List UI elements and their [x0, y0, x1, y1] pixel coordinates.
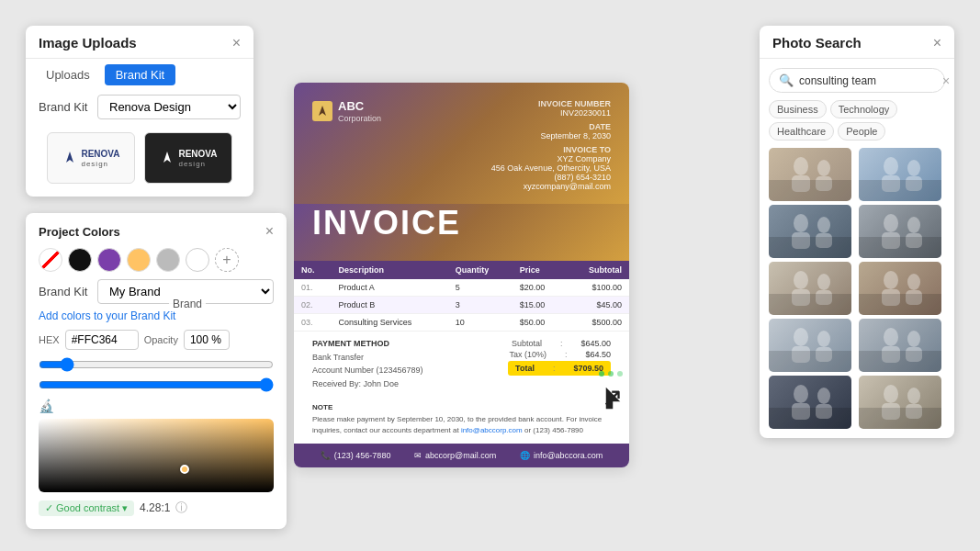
tab-uploads[interactable]: Uploads	[35, 64, 101, 85]
footer-email1-item: ✉ abccorp@mail.com	[414, 451, 496, 460]
info-icon: ⓘ	[175, 500, 187, 516]
invoice-company-name: ABC	[338, 99, 381, 114]
opacity-input[interactable]	[184, 330, 230, 350]
svg-rect-36	[882, 346, 900, 363]
color-swatch-gray[interactable]	[156, 248, 180, 272]
svg-marker-1	[163, 152, 171, 163]
svg-rect-46	[906, 404, 922, 419]
opacity-label: Opacity	[144, 334, 178, 345]
photo-thumbnail[interactable]	[859, 376, 941, 429]
logo-dark[interactable]: RENOVA design	[144, 132, 232, 184]
footer-phone-item: 📞 (123) 456-7880	[321, 451, 391, 460]
svg-rect-32	[792, 346, 810, 363]
logo-light[interactable]: RENOVA design	[47, 132, 135, 184]
svg-rect-14	[906, 176, 922, 191]
add-colors-link[interactable]: Add colors to your Brand Kit	[39, 309, 274, 322]
subtotal-row: Subtotal : $645.00	[508, 339, 611, 348]
svg-marker-3	[605, 386, 622, 410]
cell-desc: Consulting Services	[332, 314, 448, 332]
color-swatch-black[interactable]	[68, 248, 92, 272]
note-email: info@abccorp.com	[461, 426, 523, 434]
photo-svg	[859, 148, 941, 201]
color-swatch-gold[interactable]	[127, 248, 151, 272]
photo-thumbnail[interactable]	[769, 262, 851, 315]
phone-icon: 📞	[321, 451, 331, 460]
filter-tag-technology[interactable]: Technology	[830, 100, 898, 118]
filter-tag-business[interactable]: Business	[769, 100, 827, 118]
invoice-number-value: INV20230011	[491, 108, 611, 118]
photo-search-header: Photo Search ×	[760, 26, 954, 59]
filter-tag-people[interactable]: People	[838, 122, 885, 141]
color-swatch-none[interactable]	[39, 248, 62, 272]
hue-slider-row	[39, 357, 274, 374]
color-gradient-box[interactable]	[39, 419, 274, 492]
add-color-button[interactable]: +	[215, 248, 239, 272]
svg-point-25	[817, 274, 830, 290]
svg-rect-12	[882, 175, 900, 192]
photo-search-close-button[interactable]: ×	[933, 36, 941, 51]
photo-thumbnail[interactable]	[859, 262, 941, 315]
eyedropper-button[interactable]: 🔬	[39, 399, 54, 413]
opacity-slider-row	[39, 377, 274, 394]
photo-svg	[769, 319, 851, 372]
svg-point-19	[884, 214, 898, 232]
table-row: 01. Product A 5 $20.00 $100.00	[294, 279, 629, 297]
svg-point-13	[907, 160, 920, 176]
table-row: 02. Product B 3 $15.00 $45.00	[294, 297, 629, 314]
svg-rect-40	[792, 403, 810, 420]
photo-thumbnail[interactable]	[769, 376, 851, 429]
svg-point-35	[884, 328, 898, 346]
footer-email1: abccorp@mail.com	[425, 451, 496, 460]
svg-rect-44	[882, 403, 900, 420]
invoice-to-phone: (887) 654-3210	[491, 173, 611, 182]
color-swatch-purple[interactable]	[97, 248, 121, 272]
invoice-number-label: Invoice Number	[491, 99, 611, 108]
invoice-to-email: xyzcompany@mail.com	[491, 182, 611, 191]
search-input[interactable]	[799, 74, 937, 87]
photo-thumbnail[interactable]	[769, 319, 851, 372]
tab-brand-kit[interactable]: Brand Kit	[105, 64, 175, 85]
svg-marker-2	[319, 106, 326, 116]
svg-point-15	[794, 214, 808, 232]
project-colors-close-button[interactable]: ×	[265, 224, 274, 239]
svg-rect-34	[816, 347, 832, 362]
filter-tag-healthcare[interactable]: Healthcare	[769, 122, 834, 141]
brand-kit-select[interactable]: Renova Design	[97, 95, 241, 119]
invoice-table: No. Description Quantity Price Subtotal …	[294, 261, 629, 332]
svg-rect-24	[792, 289, 810, 306]
invoice-title-text: INVOICE	[312, 204, 611, 242]
photo-thumbnail[interactable]	[769, 148, 851, 201]
gradient-thumb	[180, 465, 189, 474]
photo-thumbnail[interactable]	[769, 205, 851, 258]
svg-rect-28	[882, 289, 900, 306]
search-clear-button[interactable]: ×	[942, 74, 950, 87]
svg-rect-26	[816, 290, 832, 305]
table-header-desc: Description	[332, 261, 448, 279]
hex-input[interactable]	[65, 330, 139, 350]
photo-thumbnail[interactable]	[859, 148, 941, 201]
cell-qty: 10	[448, 314, 513, 332]
invoice-to-label: Invoice To	[491, 145, 611, 154]
tax-label: Tax (10%)	[509, 350, 546, 359]
svg-rect-18	[816, 233, 832, 248]
contrast-badge-label: Good contrast	[56, 502, 119, 513]
invoice-logo-area: ABC Corporation	[312, 99, 381, 123]
photo-thumbnail[interactable]	[859, 205, 941, 258]
invoice-date-value: September 8, 2030	[491, 131, 611, 141]
svg-point-33	[817, 331, 830, 347]
tax-value: $64.50	[585, 350, 611, 359]
brand-label: Brand	[169, 297, 206, 311]
cell-qty: 5	[448, 279, 513, 297]
photo-thumbnail[interactable]	[859, 319, 941, 372]
svg-point-41	[817, 388, 830, 404]
opacity-slider[interactable]	[39, 379, 274, 390]
image-uploads-close-button[interactable]: ×	[232, 36, 241, 51]
hue-slider[interactable]	[39, 359, 274, 370]
invoice-to-address: 456 Oak Avenue, Othercity, USA	[491, 163, 611, 173]
subtotal-value: $645.00	[580, 339, 611, 348]
table-header-no: No.	[294, 261, 332, 279]
payment-method: Bank Transfer	[312, 351, 423, 364]
color-swatch-white[interactable]	[186, 248, 209, 272]
invoice-logo-icon	[312, 101, 332, 121]
logo-light-icon	[62, 150, 78, 166]
